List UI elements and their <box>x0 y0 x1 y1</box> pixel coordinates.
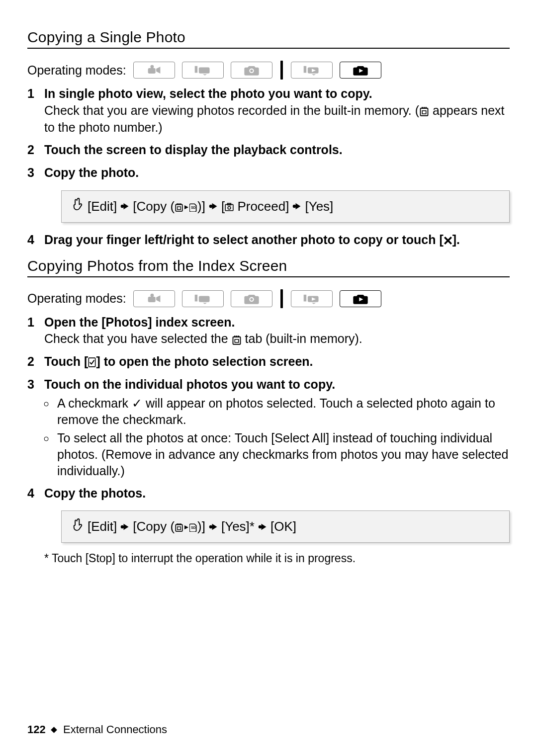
seq-proceed: [ Proceed] <box>221 198 289 215</box>
text: Drag your finger left/right to select an… <box>44 233 444 247</box>
chevron-icon <box>292 201 302 211</box>
text: ] to open the photo selection screen. <box>96 354 313 368</box>
text: [ <box>221 199 225 214</box>
step1-1: In single photo view, select the photo y… <box>27 85 510 136</box>
touch-hand-icon <box>72 198 85 215</box>
check-doc-icon <box>88 357 96 367</box>
memory-icon <box>175 203 183 212</box>
memory-icon <box>175 523 183 532</box>
step1-2: Touch the screen to display the playback… <box>27 142 510 159</box>
text: Proceed] <box>234 199 289 214</box>
text: )] <box>197 519 205 534</box>
chevron-icon <box>208 201 218 211</box>
mode-play-film-icon <box>291 290 333 307</box>
text: [Copy ( <box>133 199 175 214</box>
chevron-icon <box>208 522 218 532</box>
step-title: Touch [] to open the photo selection scr… <box>44 354 313 368</box>
touch-hand-icon <box>72 518 85 535</box>
operating-modes-row-2: Operating modes: <box>27 289 510 308</box>
operating-modes-row-1: Operating modes: <box>27 61 510 80</box>
touch-sequence-1: [Edit] [Copy ()] [ Proceed] [Yes] <box>61 190 510 223</box>
step-title: Touch the screen to display the playback… <box>44 143 343 157</box>
photo-proceed-icon <box>225 203 234 212</box>
bullet-1: A checkmark ✓ will appear on photos sele… <box>55 395 510 428</box>
step-title: Copy the photos. <box>44 486 146 500</box>
mode-play-photo-icon <box>340 290 381 307</box>
footer-section: External Connections <box>63 723 167 736</box>
arrow-right-icon <box>183 524 189 530</box>
chevron-icon <box>258 522 268 532</box>
bullet-2: To select all the photos at once: Touch … <box>55 430 510 479</box>
section-title-copy-index: Copying Photos from the Index Screen <box>27 257 510 277</box>
arrow-right-icon <box>183 204 189 210</box>
page-number: 122 <box>27 723 46 736</box>
step-title: Copy the photo. <box>44 166 139 179</box>
mode-camcorder-icon <box>133 62 175 79</box>
footnote: * Touch [Stop] to interrupt the operatio… <box>44 552 510 565</box>
seq-yes-star: [Yes]* <box>221 518 255 535</box>
seq-yes: [Yes] <box>305 198 333 215</box>
text: [Copy ( <box>133 519 175 534</box>
operating-modes-label: Operating modes: <box>27 291 126 306</box>
chevron-icon <box>120 201 130 211</box>
step-body: Check that you are viewing photos record… <box>44 102 510 136</box>
operating-modes-label: Operating modes: <box>27 63 126 78</box>
step1-3: Copy the photo. [Edit] [Copy ()] [ Proce… <box>27 165 510 223</box>
sd-card-icon <box>189 203 197 212</box>
memory-icon <box>419 106 429 116</box>
step2-4: Copy the photos. [Edit] [Copy ()] [Yes]*… <box>27 485 510 543</box>
seq-copy: [Copy ()] <box>133 198 205 215</box>
step1-4: Drag your finger left/right to select an… <box>27 232 510 249</box>
text: ]. <box>452 233 460 247</box>
step-bullets: A checkmark ✓ will appear on photos sele… <box>44 395 510 479</box>
step2-1: Open the [Photos] index screen. Check th… <box>27 314 510 348</box>
mode-play-photo-icon <box>340 62 381 79</box>
seq-copy: [Copy ()] <box>133 518 205 535</box>
sd-card-icon <box>189 523 197 532</box>
page-footer: 122 External Connections <box>27 723 167 736</box>
mode-camera-icon <box>231 290 272 307</box>
text: )] <box>197 199 205 214</box>
mode-camera-icon <box>231 62 272 79</box>
text: Touch [ <box>44 354 88 368</box>
diamond-icon <box>51 727 57 733</box>
mode-divider <box>280 289 283 308</box>
memory-icon <box>232 335 242 345</box>
mode-record-icon <box>182 290 224 307</box>
chevron-icon <box>120 522 130 532</box>
seq-edit: [Edit] <box>88 518 117 535</box>
mode-play-film-icon <box>291 62 333 79</box>
text: Check that you have selected the <box>44 332 232 345</box>
section-title-copy-single: Copying a Single Photo <box>27 29 510 49</box>
mode-camcorder-icon <box>133 290 175 307</box>
step-title: Touch on the individual photos you want … <box>44 377 335 391</box>
steps-section2: Open the [Photos] index screen. Check th… <box>27 314 510 543</box>
text: tab (built-in memory). <box>242 332 362 345</box>
steps-section1: In single photo view, select the photo y… <box>27 85 510 249</box>
step-title: In single photo view, select the photo y… <box>44 86 372 100</box>
mode-record-icon <box>182 62 224 79</box>
mode-divider <box>280 61 283 80</box>
seq-edit: [Edit] <box>88 198 117 215</box>
step2-2: Touch [] to open the photo selection scr… <box>27 353 510 370</box>
touch-sequence-2: [Edit] [Copy ()] [Yes]* [OK] <box>61 510 510 543</box>
close-x-icon <box>444 236 452 245</box>
step-title: Open the [Photos] index screen. <box>44 315 235 329</box>
text: Check that you are viewing photos record… <box>44 103 419 117</box>
step-body: Check that you have selected the tab (bu… <box>44 331 510 347</box>
step2-3: Touch on the individual photos you want … <box>27 376 510 479</box>
step-title: Drag your finger left/right to select an… <box>44 233 460 247</box>
seq-ok: [OK] <box>270 518 296 535</box>
